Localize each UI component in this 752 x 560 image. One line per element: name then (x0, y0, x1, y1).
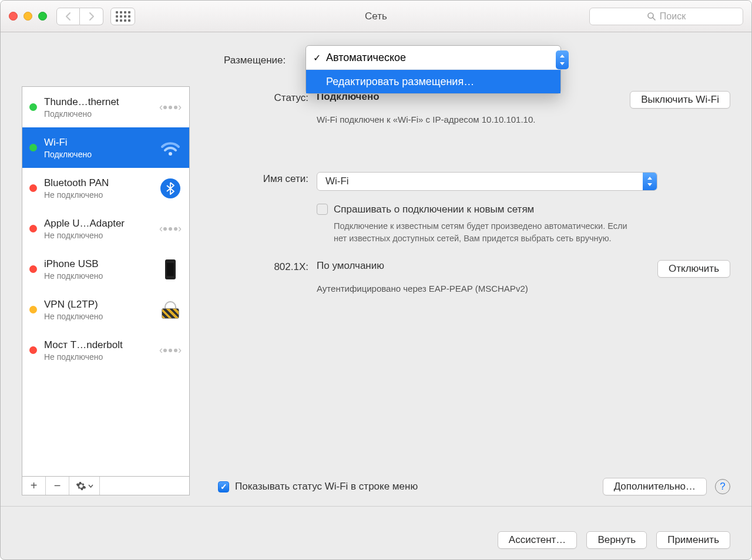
dropdown-item-auto[interactable]: Автоматическое (306, 46, 560, 69)
ethernet-icon: ‹› (159, 339, 182, 362)
sidebar-wrap: Thunde…thernet Подключено ‹› Wi-Fi Подкл… (22, 86, 190, 495)
chevron-down-icon (88, 484, 93, 488)
network-name-row: Имя сети: Wi-Fi Спрашивать о подключении… (218, 172, 730, 245)
network-label: Имя сети: (218, 172, 317, 245)
sidebar-item-thunderbolt-bridge[interactable]: Мост T…nderbolt Не подключено ‹› (22, 330, 189, 370)
apply-button[interactable]: Применить (656, 531, 730, 549)
show-menubar-label: Показывать статус Wi-Fi в строке меню (235, 481, 418, 492)
titlebar: Сеть Поиск (1, 1, 751, 32)
show-menubar-checkbox[interactable]: ✓ (218, 481, 229, 492)
search-input[interactable]: Поиск (589, 8, 743, 25)
status-dot-icon (29, 346, 37, 354)
status-detail: Wi-Fi подключен к «Wi-Fi» с IP-адресом 1… (317, 113, 730, 126)
actions-menu-button[interactable] (69, 477, 100, 495)
divider (1, 506, 751, 507)
chevron-left-icon (65, 12, 72, 21)
search-placeholder: Поиск (660, 11, 686, 22)
status-row: Статус: Подключено Выключить Wi-Fi Wi-Fi… (218, 91, 730, 126)
interface-name: Thunde…thernet (44, 96, 159, 108)
back-button[interactable] (56, 8, 80, 25)
status-dot-icon (29, 225, 37, 232)
interface-name: Bluetooth PAN (44, 177, 159, 189)
status-dot-icon (29, 144, 37, 151)
stepper-icon (643, 173, 657, 190)
status-dot-icon (29, 306, 37, 313)
sidebar-item-iphone-usb[interactable]: iPhone USB Не подключено (22, 249, 189, 289)
zoom-icon[interactable] (38, 12, 47, 21)
ask-new-checkbox[interactable] (317, 204, 328, 215)
status-dot-icon (29, 103, 37, 111)
network-value: Wi-Fi (325, 176, 349, 187)
sidebar-footer: + − (22, 477, 190, 495)
remove-interface-button[interactable]: − (46, 477, 69, 495)
window-controls (9, 12, 47, 21)
sidebar-item-vpn[interactable]: VPN (L2TP) Не подключено (22, 289, 189, 330)
interface-name: iPhone USB (44, 258, 159, 270)
search-icon (647, 12, 656, 21)
advanced-button[interactable]: Дополнительно… (603, 478, 707, 495)
advanced-row: ✓ Показывать статус Wi-Fi в строке меню … (218, 478, 730, 495)
phone-icon (159, 258, 182, 281)
content-area: Размещение: Автоматическое Редактировать… (1, 32, 751, 521)
network-select[interactable]: Wi-Fi (317, 172, 657, 191)
forward-button[interactable] (80, 8, 103, 25)
location-row: Размещение: Автоматическое Редактировать… (22, 49, 730, 72)
dropdown-item-edit[interactable]: Редактировать размещения… (306, 70, 560, 93)
ask-new-hint: Подключение к известным сетям будет прои… (334, 220, 639, 245)
status-dot-icon (29, 265, 37, 273)
minimize-icon[interactable] (24, 12, 32, 21)
interface-status: Подключено (44, 150, 159, 159)
wifi-off-button[interactable]: Выключить Wi-Fi (630, 91, 730, 109)
interface-name: Apple U…Adapter (44, 218, 159, 230)
lock-icon (159, 298, 182, 322)
location-label: Размещение: (224, 55, 286, 66)
sidebar-item-thunderbolt-ethernet[interactable]: Thunde…thernet Подключено ‹› (22, 87, 189, 127)
interface-name: Wi-Fi (44, 137, 159, 149)
grid-icon (116, 11, 130, 22)
status-dot-icon (29, 184, 37, 192)
interface-status: Не подключено (44, 352, 159, 362)
wifi-icon (159, 136, 182, 160)
dot1x-row: 802.1X: По умолчанию Отключить Аутентифи… (218, 260, 730, 295)
dot1x-value: По умолчанию (317, 260, 384, 278)
interface-list: Thunde…thernet Подключено ‹› Wi-Fi Подкл… (22, 86, 190, 477)
interface-name: Мост T…nderbolt (44, 339, 159, 351)
sidebar-item-wifi[interactable]: Wi-Fi Подключено (22, 127, 189, 168)
chevron-right-icon (88, 12, 95, 21)
close-icon[interactable] (9, 12, 18, 21)
bluetooth-icon (159, 177, 182, 200)
nav-group (56, 8, 103, 25)
sidebar-item-bluetooth[interactable]: Bluetooth PAN Не подключено (22, 168, 189, 208)
assist-button[interactable]: Ассистент… (498, 531, 578, 549)
stepper-icon (556, 50, 569, 69)
svg-point-2 (169, 152, 172, 156)
interface-status: Не подключено (44, 271, 159, 281)
interface-status: Не подключено (44, 231, 159, 240)
interface-status: Не подключено (44, 312, 159, 321)
interface-status: Подключено (44, 109, 159, 119)
ask-new-label: Спрашивать о подключении к новым сетям (334, 204, 534, 215)
footer: Ассистент… Вернуть Применить (1, 521, 751, 559)
status-label: Статус: (218, 91, 317, 126)
ethernet-icon: ‹› (159, 217, 182, 241)
show-all-button[interactable] (110, 8, 135, 25)
detail-pane: Статус: Подключено Выключить Wi-Fi Wi-Fi… (200, 86, 730, 495)
svg-line-1 (653, 18, 655, 20)
gear-icon (76, 481, 86, 491)
body-row: Thunde…thernet Подключено ‹› Wi-Fi Подкл… (22, 86, 730, 495)
add-interface-button[interactable]: + (22, 477, 46, 495)
revert-button[interactable]: Вернуть (586, 531, 647, 549)
dot1x-label: 802.1X: (218, 260, 317, 295)
dot1x-detail: Аутентифицировано через EAP-PEAP (MSCHAP… (317, 282, 569, 295)
network-prefs-window: Сеть Поиск Размещение: Автоматическое Ре… (0, 0, 752, 560)
help-button[interactable]: ? (715, 479, 730, 494)
ethernet-icon: ‹› (159, 96, 182, 119)
interface-status: Не подключено (44, 190, 159, 200)
location-dropdown[interactable]: Автоматическое Редактировать размещения… (306, 45, 561, 94)
interface-name: VPN (L2TP) (44, 299, 159, 311)
disconnect-button[interactable]: Отключить (657, 260, 730, 278)
sidebar-item-usb-adapter[interactable]: Apple U…Adapter Не подключено ‹› (22, 208, 189, 249)
